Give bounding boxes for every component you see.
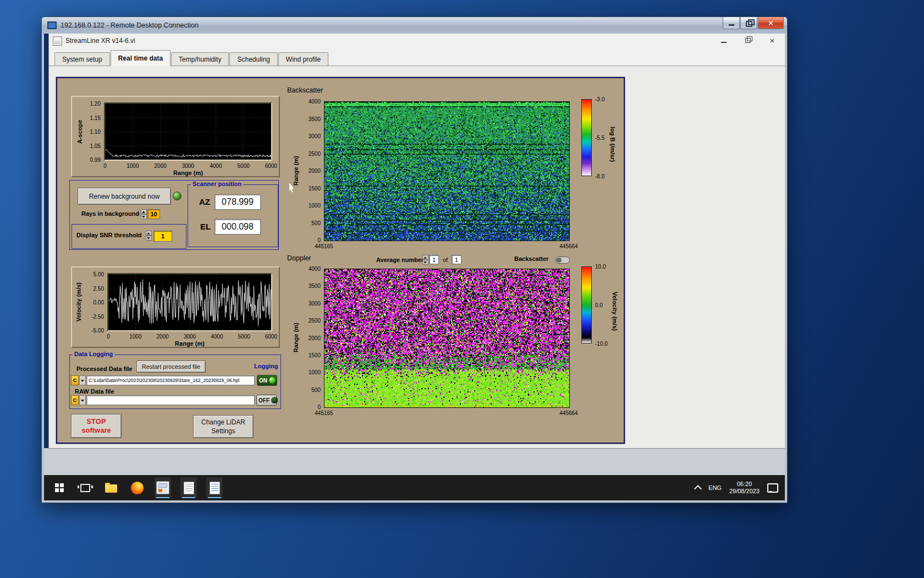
notes-app-icon	[210, 482, 220, 494]
axis-tick-label: 3000	[184, 334, 196, 340]
processed-browse-button[interactable]	[79, 375, 86, 385]
el-field[interactable]: 000.098	[215, 219, 261, 235]
axis-tick-label: 3000	[182, 163, 194, 169]
doppler-colorbar	[581, 266, 592, 343]
average-number-field[interactable]: 1	[429, 255, 439, 264]
el-label: EL	[200, 222, 211, 231]
average-count-field[interactable]: 1	[452, 255, 461, 264]
rdp-minimize-button[interactable]	[723, 17, 740, 29]
axis-tick-label: 2.50	[94, 285, 104, 291]
app-minimize-button[interactable]	[716, 35, 732, 46]
scan-scheduler-taskbar-button[interactable]	[180, 477, 197, 498]
average-number-spinner[interactable]	[422, 255, 428, 265]
tab-real-time-data[interactable]: Real time data	[111, 50, 170, 66]
raw-logging-toggle[interactable]: OFF	[256, 395, 277, 406]
processed-data-file-label: Processed Data file	[76, 366, 133, 372]
app-close-button[interactable]: ×	[764, 35, 780, 46]
labview-taskbar-button[interactable]	[155, 477, 171, 498]
app-title: StreamLine XR v14-6.vi	[65, 37, 135, 45]
raw-drive-button[interactable]: C	[71, 395, 79, 405]
az-field[interactable]: 078.999	[215, 194, 261, 210]
doppler-xtick-left: 445165	[315, 410, 333, 416]
notes-taskbar-button[interactable]	[206, 477, 223, 498]
tab-temp-humidity[interactable]: Temp/humidity	[171, 52, 229, 66]
axis-tick-label: 2000	[157, 334, 169, 340]
axis-tick-label: 2000	[309, 335, 321, 341]
axis-tick-label: 0	[107, 334, 110, 340]
scanner-position-title: Scanner position	[191, 181, 243, 187]
stop-line2: software	[81, 426, 111, 435]
action-center-icon[interactable]	[767, 483, 778, 493]
backscatter-heatmap-frame	[324, 101, 570, 241]
axis-tick-label: 2500	[309, 150, 321, 156]
taskbar-clock[interactable]: 06:20 29/08/2023	[729, 481, 760, 495]
backscatter-display-toggle[interactable]	[555, 257, 570, 264]
firefox-button[interactable]	[129, 477, 145, 498]
main-panel: A-scope 1.201.151.101.050.99 01000200030…	[56, 77, 625, 444]
backscatter-title: Backscatter	[287, 86, 323, 94]
app-restore-button[interactable]	[740, 35, 756, 46]
axis-tick-label: 1.10	[90, 129, 101, 135]
data-logging-group: Data Logging Processed Data file Restart…	[69, 355, 281, 409]
rdp-close-button[interactable]: ×	[758, 17, 784, 29]
axis-tick-label: 2000	[155, 163, 167, 169]
axis-tick-label: 1500	[309, 185, 321, 191]
doppler-xtick-right: 445664	[559, 410, 578, 416]
restart-processed-file-button[interactable]: Restart processed file	[136, 361, 206, 373]
tab-bar: System setup Real time data Temp/humidit…	[49, 48, 785, 66]
doppler-heatmap-frame	[324, 269, 570, 408]
rdp-titlebar[interactable]: 192.168.0.122 - Remote Desktop Connectio…	[42, 17, 787, 34]
start-button[interactable]	[51, 477, 68, 498]
vi-icon	[53, 36, 62, 46]
velocity-plot-panel: Velocity (m/s) 5.002.500.00-2.50-5.00 01…	[71, 266, 280, 348]
axis-tick-label: 0.00	[94, 299, 104, 306]
axis-tick-label: -8.0	[595, 173, 604, 179]
axis-tick-label: 3500	[309, 116, 321, 122]
processed-logging-toggle[interactable]: ON	[257, 375, 277, 386]
folder-icon	[105, 484, 117, 493]
tab-system-setup[interactable]: System setup	[54, 52, 110, 66]
average-number-label: Average number	[376, 257, 424, 263]
processed-path-field[interactable]: C:\Lidar\Data\Proc\2023\202308\20230829\…	[86, 375, 255, 385]
settings-line2: Settings	[211, 427, 235, 435]
raw-path-field[interactable]	[86, 395, 255, 405]
file-explorer-button[interactable]	[103, 477, 119, 498]
doppler-yticks: 40003500300025002000150010005000	[303, 269, 322, 407]
tab-scheduling[interactable]: Scheduling	[229, 52, 277, 66]
az-label: AZ	[199, 197, 210, 206]
raw-browse-button[interactable]	[79, 395, 86, 405]
axis-tick-label: 1000	[127, 163, 139, 169]
axis-tick-label: 1500	[309, 352, 321, 358]
scan-scheduler-icon	[184, 482, 194, 494]
snr-spinner[interactable]	[146, 231, 152, 241]
axis-tick-label: 1.20	[90, 101, 101, 107]
snr-threshold-box: Display SNR threshold 1	[72, 224, 186, 249]
app-titlebar[interactable]: StreamLine XR v14-6.vi ×	[49, 34, 785, 48]
axis-tick-label: 5000	[238, 334, 250, 340]
logging-label: Logging	[254, 363, 278, 369]
axis-tick-label: 3500	[309, 283, 321, 289]
tab-wind-profile[interactable]: Wind profile	[278, 52, 328, 66]
processed-drive-button[interactable]: C	[71, 375, 79, 385]
renew-background-button[interactable]: Renew background now	[78, 188, 171, 205]
axis-tick-label: -5.00	[91, 328, 104, 334]
rdp-restore-button[interactable]	[740, 17, 757, 29]
backscatter-colorbar	[581, 99, 592, 176]
rays-in-background-field[interactable]: 10	[147, 209, 160, 219]
axis-tick-label: 6000	[265, 334, 277, 340]
background-controls-group: Renew background now Rays in background …	[69, 180, 279, 250]
data-logging-title: Data Logging	[73, 351, 114, 357]
display-snr-threshold-field[interactable]: 1	[153, 231, 172, 242]
stop-software-button[interactable]: STOP software	[71, 414, 122, 438]
axis-tick-label: -2.50	[91, 313, 104, 319]
axis-tick-label: 1000	[309, 203, 321, 209]
rays-spinner[interactable]	[141, 209, 147, 219]
change-lidar-settings-button[interactable]: Change LiDAR Settings	[193, 415, 254, 438]
ascope-plot	[104, 102, 272, 161]
velocity-xlabel: Range (m)	[107, 340, 272, 347]
task-view-button[interactable]	[77, 477, 94, 498]
remote-desktop: StreamLine XR v14-6.vi × System setup Re…	[44, 34, 785, 500]
language-indicator[interactable]: ENG	[708, 484, 722, 491]
task-view-icon	[80, 484, 90, 492]
tray-expand-chevron-icon[interactable]	[694, 485, 702, 493]
